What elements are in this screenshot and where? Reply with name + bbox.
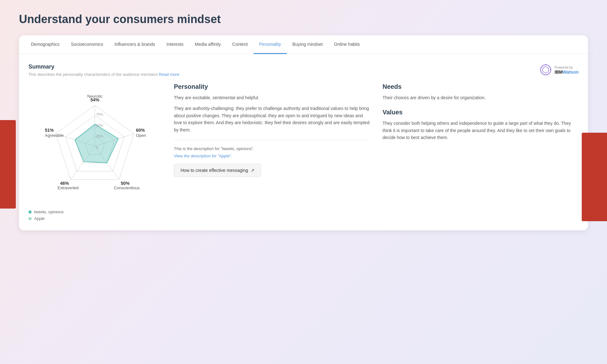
- description-note: This is the description for "tweets, opi…: [174, 146, 370, 151]
- legend-dot-tweets: [28, 210, 32, 214]
- summary-subtitle: This describes the personality character…: [28, 72, 179, 77]
- summary-title: Summary: [28, 64, 179, 70]
- scale-50: 50%: [96, 124, 103, 127]
- personality-desc2: They are authority-challenging: they pre…: [174, 105, 370, 133]
- scale-75: 75%: [96, 112, 103, 116]
- open-label: Open: [136, 133, 146, 138]
- summary-header: Summary This describes the personality c…: [28, 64, 579, 77]
- tab-personality[interactable]: Personality: [254, 35, 287, 54]
- personality-title: Personality: [174, 83, 370, 90]
- main-card: Demographics Socioeconomics Influencers …: [19, 35, 588, 230]
- legend: tweets, opinions Apple: [28, 209, 161, 221]
- legend-item-apple: Apple: [28, 216, 161, 221]
- personality-divider: [174, 140, 370, 140]
- watson-brand: IBMWatson: [555, 70, 579, 75]
- tab-socioeconomics[interactable]: Socioeconomics: [65, 35, 109, 54]
- tab-content[interactable]: Content: [227, 35, 254, 54]
- svg-point-1: [543, 67, 549, 73]
- tab-influencers[interactable]: Influencers & brands: [109, 35, 161, 54]
- content-area: .radar-grid { stroke: #ccc; stroke-width…: [28, 83, 579, 221]
- needs-title: Needs: [383, 83, 579, 90]
- needs-values-section: Needs Their choices are driven by a desi…: [383, 83, 579, 177]
- legend-item-tweets: tweets, opinions: [28, 209, 161, 214]
- watson-powered-label: Powered by: [555, 65, 579, 70]
- right-section: Personality They are excitable, sentimen…: [174, 83, 579, 177]
- tab-online[interactable]: Online habits: [328, 35, 366, 54]
- watson-logo: Powered by IBMWatson: [539, 64, 579, 76]
- card-body: Summary This describes the personality c…: [19, 54, 588, 230]
- neurotic-label: Neurotic: [87, 94, 103, 99]
- scale-25: 25%: [96, 134, 103, 138]
- tab-media[interactable]: Media affinity: [189, 35, 226, 54]
- conscientious-label: Conscientious: [114, 185, 140, 190]
- svg-line-6: [541, 67, 542, 68]
- radar-chart: .radar-grid { stroke: #ccc; stroke-width…: [28, 83, 161, 203]
- personality-desc1: They are excitable, sentimental and help…: [174, 94, 370, 101]
- watson-icon: [539, 64, 552, 76]
- agreeable-label: Agreeable: [45, 133, 64, 138]
- legend-label-apple: Apple: [34, 216, 45, 221]
- agreeable-value: 51%: [45, 128, 54, 133]
- read-more-link[interactable]: Read more: [159, 72, 179, 77]
- svg-marker-17: [75, 124, 118, 163]
- legend-dot-apple: [28, 217, 32, 220]
- extraverted-label: Extraverted: [58, 185, 78, 190]
- radar-section: .radar-grid { stroke: #ccc; stroke-width…: [28, 83, 161, 221]
- scale-0: 0: [96, 146, 98, 149]
- external-link-icon: ↗: [251, 168, 254, 173]
- open-value: 60%: [136, 128, 145, 133]
- svg-point-0: [541, 65, 551, 75]
- tab-demographics[interactable]: Demographics: [25, 35, 65, 54]
- values-title: Values: [383, 109, 579, 116]
- svg-line-7: [550, 67, 551, 68]
- messaging-button[interactable]: How to create effective messaging ↗: [174, 164, 261, 177]
- personality-section: Personality They are excitable, sentimen…: [174, 83, 370, 177]
- conscientious-value: 50%: [121, 181, 130, 186]
- tab-buying[interactable]: Buying mindset: [287, 35, 328, 54]
- needs-desc: Their choices are driven by a desire for…: [383, 94, 579, 101]
- description-link[interactable]: View the description for "Apple".: [174, 154, 232, 158]
- legend-label-tweets: tweets, opinions: [34, 209, 64, 214]
- extraverted-value: 46%: [60, 181, 69, 186]
- nav-tabs: Demographics Socioeconomics Influencers …: [19, 35, 588, 54]
- page-title: Understand your consumers mindset: [19, 13, 588, 26]
- values-desc: They consider both helping others and in…: [383, 120, 579, 141]
- tab-interests[interactable]: Interests: [161, 35, 189, 54]
